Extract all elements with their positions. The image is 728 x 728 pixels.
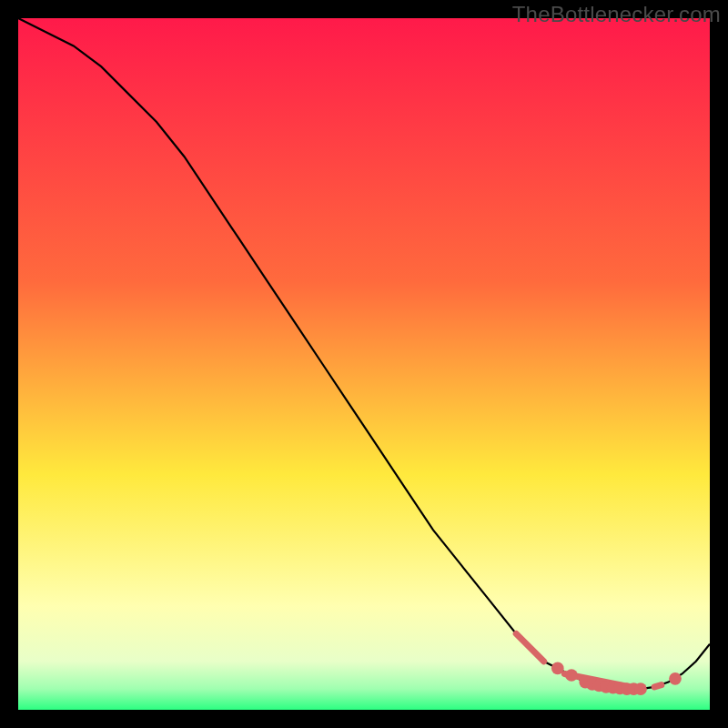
gradient-background xyxy=(18,18,710,710)
data-dot xyxy=(669,672,682,685)
chart-frame: TheBottlenecker.com xyxy=(0,0,728,728)
data-dot xyxy=(565,669,578,682)
watermark-text: TheBottlenecker.com xyxy=(512,2,721,27)
data-dot xyxy=(634,682,647,695)
bottleneck-chart xyxy=(18,18,710,710)
highlight-segment xyxy=(654,685,662,687)
data-dot xyxy=(551,662,564,675)
